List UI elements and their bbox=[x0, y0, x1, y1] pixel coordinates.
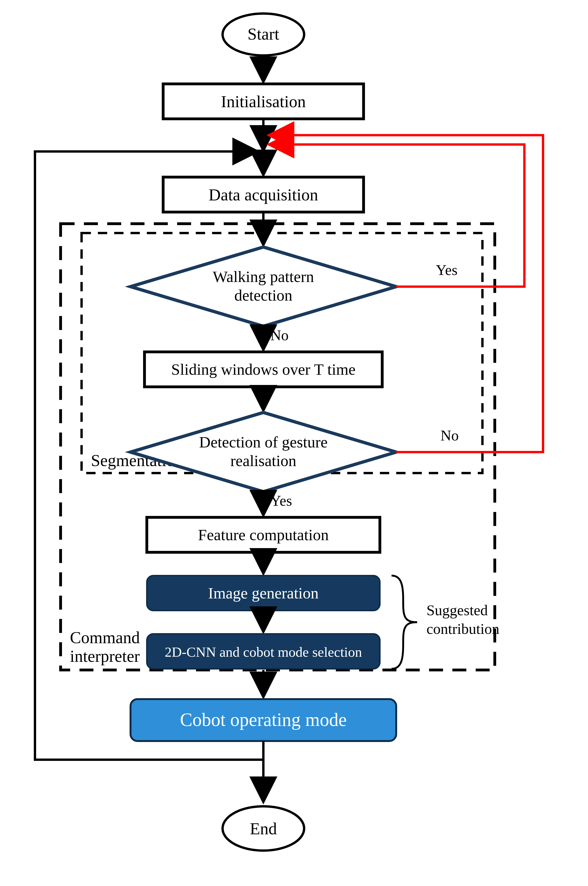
brace-icon bbox=[392, 576, 417, 669]
data-acq-label: Data acquisition bbox=[208, 186, 318, 204]
cobot-node: Cobot operating mode bbox=[130, 699, 396, 741]
feature-label: Feature computation bbox=[198, 526, 329, 544]
gesture-label1: Detection of gesture bbox=[199, 433, 327, 451]
sliding-label: Sliding windows over T time bbox=[171, 360, 356, 378]
gesture-label2: realisation bbox=[230, 452, 296, 469]
sliding-node: Sliding windows over T time bbox=[144, 352, 382, 387]
walk-yes-label: Yes bbox=[436, 262, 458, 278]
command-label1: Command bbox=[70, 628, 140, 647]
contrib-label1: Suggested bbox=[426, 602, 488, 619]
walk-no-label: No bbox=[270, 327, 288, 343]
feature-node: Feature computation bbox=[147, 517, 380, 552]
img-gen-label: Image generation bbox=[208, 584, 319, 602]
walk-label2: detection bbox=[234, 286, 292, 304]
cobot-label: Cobot operating mode bbox=[180, 709, 346, 730]
img-gen-node: Image generation bbox=[147, 576, 380, 610]
cnn-node: 2D-CNN and cobot mode selection bbox=[147, 634, 380, 669]
gesture-decision: Detection of gesture realisation bbox=[130, 412, 396, 492]
start-label: Start bbox=[248, 25, 279, 43]
gesture-no-label: No bbox=[441, 427, 459, 444]
walk-decision: Walking pattern detection Walking patter… bbox=[130, 247, 396, 326]
walk-label1: Walking pattern bbox=[213, 268, 314, 285]
contrib-label2: contribution bbox=[426, 621, 500, 637]
init-node: Initialisation bbox=[163, 84, 364, 119]
cnn-label: 2D-CNN and cobot mode selection bbox=[165, 644, 362, 660]
data-acq-node: Data acquisition bbox=[163, 177, 364, 212]
flowchart: Start Initialisation Data acquisition Co… bbox=[35, 13, 543, 851]
init-label: Initialisation bbox=[221, 92, 306, 111]
gesture-yes-label: Yes bbox=[270, 492, 292, 509]
command-label2: interpreter bbox=[70, 647, 140, 666]
end-label: End bbox=[250, 819, 277, 838]
end-node: End bbox=[223, 806, 304, 851]
start-node: Start bbox=[223, 13, 304, 55]
